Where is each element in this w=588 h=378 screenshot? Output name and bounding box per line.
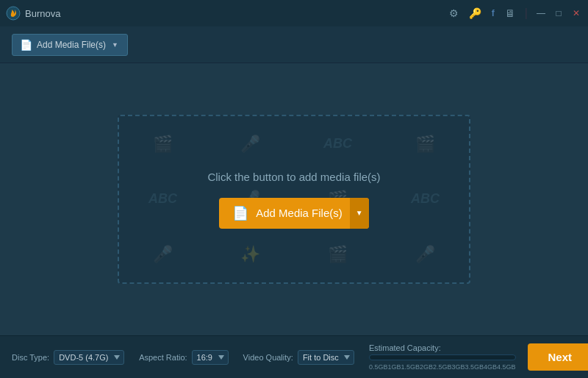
drop-text: Click the button to add media file(s) xyxy=(207,171,380,183)
tick-8: 4.5GB xyxy=(497,363,516,371)
tick-2: 1.5GB xyxy=(401,363,420,371)
monitor-icon[interactable]: 🖥 xyxy=(503,6,517,21)
app-title: Burnova xyxy=(25,8,60,19)
capacity-bar-track xyxy=(369,354,516,360)
aspect-ratio-field: Aspect Ratio: 16:9 4:3 xyxy=(139,350,228,365)
title-controls: ⚙ 🔑 f 🖥 | — □ ✕ xyxy=(447,6,582,21)
wm-8: ABC xyxy=(381,171,469,227)
estimated-capacity-label: Estimated Capacity: xyxy=(369,343,516,352)
wm-10: ✨ xyxy=(207,227,294,282)
tick-1: 1GB xyxy=(387,363,401,371)
wm-12: 🎤 xyxy=(381,227,469,282)
add-media-center-icon: 📄 xyxy=(232,205,248,221)
close-button[interactable]: ✕ xyxy=(570,7,582,19)
aspect-ratio-select[interactable]: 16:9 4:3 xyxy=(192,350,229,365)
tick-3: 2GB xyxy=(420,363,433,371)
wm-9: 🎤 xyxy=(119,227,207,282)
facebook-icon[interactable]: f xyxy=(490,7,497,20)
toolbar: 📄 Add Media File(s) ▼ xyxy=(0,26,588,63)
wm-1: 🎬 xyxy=(119,116,207,171)
title-bar: Burnova ⚙ 🔑 f 🖥 | — □ ✕ xyxy=(0,0,588,26)
add-media-top-button[interactable]: 📄 Add Media File(s) ▼ xyxy=(12,34,128,56)
video-quality-label: Video Quality: xyxy=(243,353,293,362)
drop-zone: 🎬 🎤 ABC 🎬 ABC 🎤 🎬 ABC 🎤 ✨ 🎬 🎤 Click the … xyxy=(118,115,470,284)
app-logo-icon xyxy=(6,6,21,21)
wm-2: 🎤 xyxy=(207,116,294,171)
key-icon[interactable]: 🔑 xyxy=(467,6,484,21)
bottom-bar: Disc Type: DVD-5 (4.7G) DVD-9 (8.5G) BD-… xyxy=(0,335,588,378)
tick-7: 4GB xyxy=(484,363,497,371)
video-quality-select[interactable]: Fit to Disc High Medium Low xyxy=(298,350,354,365)
tick-4: 2.5GB xyxy=(433,363,452,371)
next-button[interactable]: Next xyxy=(528,343,588,371)
minimize-button[interactable]: — xyxy=(535,7,547,19)
add-media-top-label: Add Media File(s) xyxy=(37,40,106,50)
disc-type-field: Disc Type: DVD-5 (4.7G) DVD-9 (8.5G) BD-… xyxy=(12,350,124,365)
title-left: Burnova xyxy=(6,6,60,21)
aspect-ratio-label: Aspect Ratio: xyxy=(139,353,187,362)
center-dropdown-arrow-icon[interactable]: ▼ xyxy=(350,198,369,229)
main-area: 🎬 🎤 ABC 🎬 ABC 🎤 🎬 ABC 🎤 ✨ 🎬 🎤 Click the … xyxy=(0,63,588,335)
add-media-icon: 📄 xyxy=(20,39,32,51)
tick-5: 3GB xyxy=(451,363,465,371)
wm-4: 🎬 xyxy=(381,116,469,171)
wm-11: 🎬 xyxy=(294,227,381,282)
capacity-ticks: 0.5GB 1GB 1.5GB 2GB 2.5GB 3GB 3.5GB 4GB … xyxy=(369,363,516,371)
video-quality-field: Video Quality: Fit to Disc High Medium L… xyxy=(243,350,354,365)
disc-type-label: Disc Type: xyxy=(12,353,49,362)
add-media-center-button[interactable]: 📄 Add Media File(s) ▼ xyxy=(219,198,369,229)
tick-0: 0.5GB xyxy=(369,363,388,371)
maximize-button[interactable]: □ xyxy=(553,7,564,19)
wm-3: ABC xyxy=(294,116,381,171)
wm-5: ABC xyxy=(119,171,207,227)
capacity-section: Estimated Capacity: 0.5GB 1GB 1.5GB 2GB … xyxy=(369,343,516,371)
disc-type-select[interactable]: DVD-5 (4.7G) DVD-9 (8.5G) BD-25 (25G) BD… xyxy=(54,350,124,365)
add-media-center-label: Add Media File(s) xyxy=(256,207,343,219)
dropdown-arrow-icon: ▼ xyxy=(112,41,118,49)
tick-6: 3.5GB xyxy=(465,363,484,371)
settings-icon[interactable]: ⚙ xyxy=(447,6,461,21)
